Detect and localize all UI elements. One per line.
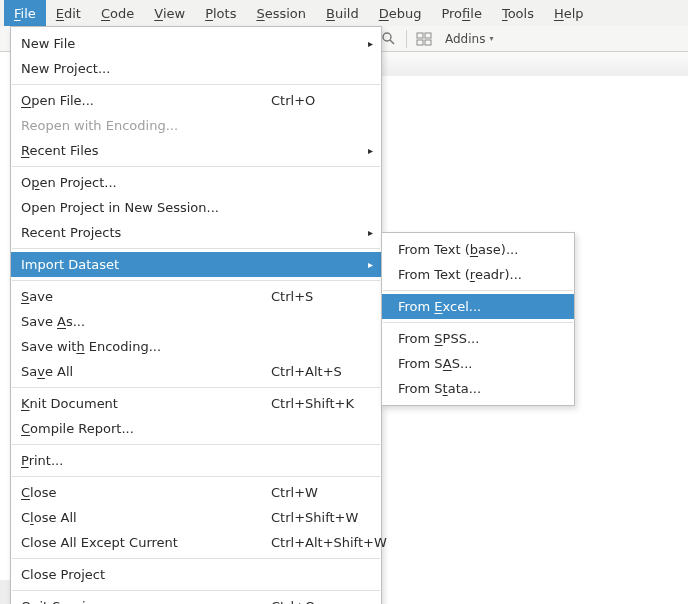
menuitem-open-project[interactable]: Open Project... <box>11 170 381 195</box>
menuitem-knit-document[interactable]: Knit Document Ctrl+Shift+K <box>11 391 381 416</box>
shortcut-label: Ctrl+W <box>271 485 371 500</box>
chevron-right-icon: ▸ <box>368 259 373 270</box>
menu-separator <box>12 166 380 167</box>
svg-rect-4 <box>417 40 423 45</box>
menuitem-recent-files[interactable]: Recent Files ▸ <box>11 138 381 163</box>
menu-tools[interactable]: Tools <box>492 0 544 26</box>
menu-separator <box>12 444 380 445</box>
menuitem-save-with-encoding[interactable]: Save with Encoding... <box>11 334 381 359</box>
chevron-right-icon: ▸ <box>368 227 373 238</box>
menu-separator <box>383 322 573 323</box>
svg-rect-2 <box>417 33 423 38</box>
menuitem-open-project-new-session[interactable]: Open Project in New Session... <box>11 195 381 220</box>
shortcut-label: Ctrl+Alt+S <box>271 364 371 379</box>
menuitem-quit-session[interactable]: Quit Session... Ctrl+Q <box>11 594 381 604</box>
menu-separator <box>12 387 380 388</box>
menu-code[interactable]: Code <box>91 0 144 26</box>
menuitem-new-project[interactable]: New Project... <box>11 56 381 81</box>
shortcut-label: Ctrl+Q <box>271 599 371 604</box>
chevron-down-icon: ▾ <box>489 34 493 43</box>
menuitem-save-all[interactable]: Save All Ctrl+Alt+S <box>11 359 381 384</box>
menu-separator <box>12 280 380 281</box>
shortcut-label: Ctrl+Shift+K <box>271 396 371 411</box>
panes-icon[interactable] <box>415 30 433 48</box>
addins-dropdown[interactable]: Addins ▾ <box>439 31 499 47</box>
addins-label: Addins <box>445 32 485 46</box>
shortcut-label: Ctrl+S <box>271 289 371 304</box>
chevron-right-icon: ▸ <box>368 38 373 49</box>
toolbar-separator <box>406 30 407 48</box>
menu-view[interactable]: View <box>144 0 195 26</box>
svg-rect-5 <box>425 40 431 45</box>
menu-separator <box>383 290 573 291</box>
submenu-from-text-readr[interactable]: From Text (readr)... <box>382 262 574 287</box>
menuitem-save-as[interactable]: Save As... <box>11 309 381 334</box>
menuitem-close-all[interactable]: Close All Ctrl+Shift+W <box>11 505 381 530</box>
menu-help[interactable]: Help <box>544 0 594 26</box>
menuitem-open-file[interactable]: Open File... Ctrl+O <box>11 88 381 113</box>
menu-separator <box>12 84 380 85</box>
menu-separator <box>12 248 380 249</box>
menu-plots[interactable]: Plots <box>195 0 246 26</box>
menu-edit[interactable]: Edit <box>46 0 91 26</box>
submenu-from-text-base[interactable]: From Text (base)... <box>382 237 574 262</box>
shortcut-label: Ctrl+Shift+W <box>271 510 371 525</box>
menu-session[interactable]: Session <box>246 0 316 26</box>
menuitem-print[interactable]: Print... <box>11 448 381 473</box>
submenu-from-stata[interactable]: From Stata... <box>382 376 574 401</box>
submenu-from-sas[interactable]: From SAS... <box>382 351 574 376</box>
svg-point-0 <box>383 33 391 41</box>
file-dropdown: New File ▸ New Project... Open File... C… <box>10 26 382 604</box>
chevron-right-icon: ▸ <box>368 145 373 156</box>
menuitem-save[interactable]: Save Ctrl+S <box>11 284 381 309</box>
menuitem-reopen-encoding: Reopen with Encoding... <box>11 113 381 138</box>
menuitem-close-all-except-current[interactable]: Close All Except Current Ctrl+Alt+Shift+… <box>11 530 381 555</box>
import-dataset-submenu: From Text (base)... From Text (readr)...… <box>381 232 575 406</box>
menu-separator <box>12 590 380 591</box>
menuitem-compile-report[interactable]: Compile Report... <box>11 416 381 441</box>
menu-profile[interactable]: Profile <box>431 0 491 26</box>
submenu-from-excel[interactable]: From Excel... <box>382 294 574 319</box>
menu-separator <box>12 558 380 559</box>
svg-rect-3 <box>425 33 431 38</box>
menu-separator <box>12 476 380 477</box>
menu-build[interactable]: Build <box>316 0 369 26</box>
menu-debug[interactable]: Debug <box>369 0 432 26</box>
menuitem-recent-projects[interactable]: Recent Projects ▸ <box>11 220 381 245</box>
menuitem-new-file[interactable]: New File ▸ <box>11 31 381 56</box>
menuitem-close-project[interactable]: Close Project <box>11 562 381 587</box>
shortcut-label: Ctrl+O <box>271 93 371 108</box>
menu-file[interactable]: File <box>4 0 46 26</box>
menuitem-import-dataset[interactable]: Import Dataset ▸ <box>11 252 381 277</box>
menuitem-close[interactable]: Close Ctrl+W <box>11 480 381 505</box>
svg-line-1 <box>390 40 394 44</box>
shortcut-label: Ctrl+Alt+Shift+W <box>271 535 371 550</box>
tab-strip <box>380 52 688 77</box>
submenu-from-spss[interactable]: From SPSS... <box>382 326 574 351</box>
go-to-function-icon[interactable] <box>380 30 398 48</box>
menu-bar: File Edit Code View Plots Session Build … <box>0 0 688 27</box>
